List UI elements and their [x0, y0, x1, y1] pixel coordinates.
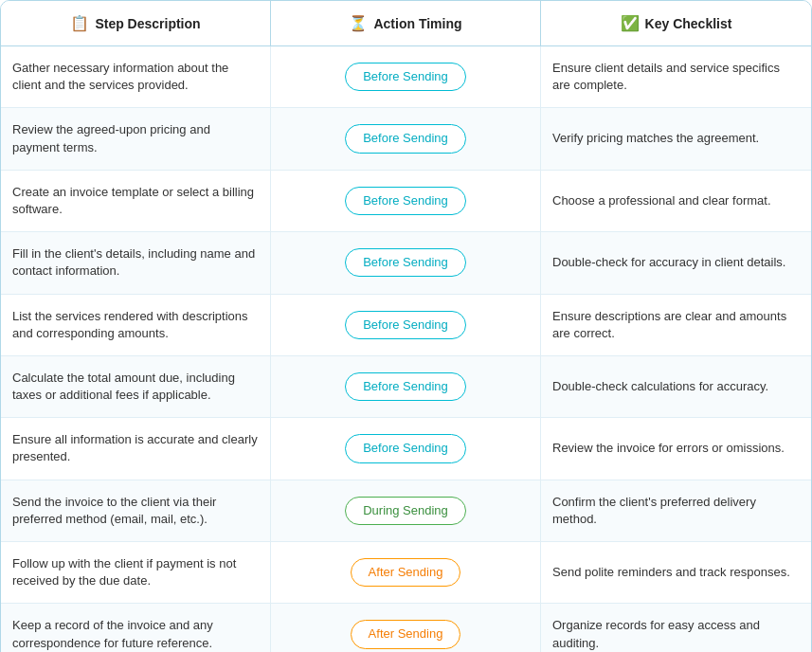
checklist-icon: ✅ — [621, 14, 640, 32]
timing-cell: Before Sending — [271, 232, 541, 293]
checklist-cell: Confirm the client's preferred delivery … — [541, 480, 811, 541]
timing-badge: Before Sending — [345, 434, 466, 462]
header-step: 📋 Step Description — [1, 1, 271, 45]
checklist-cell: Choose a professional and clear format. — [541, 171, 811, 231]
checklist-cell: Send polite reminders and track response… — [541, 542, 811, 603]
step-cell: Fill in the client's details, including … — [1, 232, 271, 293]
timing-icon: ⏳ — [349, 14, 368, 32]
timing-cell: After Sending — [271, 604, 541, 652]
header-step-label: Step Description — [95, 16, 200, 31]
timing-cell: Before Sending — [271, 295, 541, 355]
table-row: Keep a record of the invoice and any cor… — [1, 604, 811, 652]
timing-badge: After Sending — [351, 558, 461, 587]
timing-badge: After Sending — [351, 620, 461, 648]
step-cell: Follow up with the client if payment is … — [1, 542, 271, 603]
timing-badge: Before Sending — [345, 187, 466, 215]
timing-cell: Before Sending — [271, 171, 541, 231]
step-cell: Gather necessary information about the c… — [1, 46, 271, 107]
timing-cell: During Sending — [271, 480, 541, 541]
timing-badge: Before Sending — [345, 311, 466, 339]
timing-cell: Before Sending — [271, 46, 541, 107]
checklist-cell: Double-check calculations for accuracy. — [541, 356, 811, 417]
checklist-cell: Organize records for easy access and aud… — [541, 604, 811, 652]
timing-badge: Before Sending — [345, 372, 466, 401]
timing-badge: During Sending — [345, 497, 466, 525]
timing-cell: Before Sending — [271, 356, 541, 417]
checklist-cell: Ensure descriptions are clear and amount… — [541, 295, 811, 355]
timing-badge: Before Sending — [345, 248, 466, 277]
step-cell: Ensure all information is accurate and c… — [1, 418, 271, 479]
table-body: Gather necessary information about the c… — [1, 46, 811, 652]
step-icon: 📋 — [70, 14, 89, 32]
table-row: Calculate the total amount due, includin… — [1, 356, 811, 418]
table-row: List the services rendered with descript… — [1, 295, 811, 356]
header-checklist-label: Key Checklist — [645, 16, 732, 31]
table-row: Review the agreed-upon pricing and payme… — [1, 108, 811, 170]
timing-cell: Before Sending — [271, 418, 541, 479]
step-cell: Keep a record of the invoice and any cor… — [1, 604, 271, 652]
header-timing: ⏳ Action Timing — [271, 1, 541, 45]
timing-cell: Before Sending — [271, 108, 541, 169]
table-row: Create an invoice template or select a b… — [1, 171, 811, 232]
header-timing-label: Action Timing — [373, 16, 461, 31]
step-cell: Send the invoice to the client via their… — [1, 480, 271, 541]
step-cell: List the services rendered with descript… — [1, 295, 271, 355]
table-row: Follow up with the client if payment is … — [1, 542, 811, 604]
main-table: 📋 Step Description ⏳ Action Timing ✅ Key… — [0, 0, 812, 652]
header-checklist: ✅ Key Checklist — [541, 1, 811, 45]
table-row: Fill in the client's details, including … — [1, 232, 811, 294]
timing-badge: Before Sending — [345, 124, 466, 153]
step-cell: Review the agreed-upon pricing and payme… — [1, 108, 271, 169]
table-row: Ensure all information is accurate and c… — [1, 418, 811, 480]
table-header: 📋 Step Description ⏳ Action Timing ✅ Key… — [1, 1, 811, 46]
checklist-cell: Verify pricing matches the agreement. — [541, 108, 811, 169]
table-row: Send the invoice to the client via their… — [1, 480, 811, 542]
table-row: Gather necessary information about the c… — [1, 46, 811, 108]
checklist-cell: Double-check for accuracy in client deta… — [541, 232, 811, 293]
timing-badge: Before Sending — [345, 63, 466, 91]
checklist-cell: Ensure client details and service specif… — [541, 46, 811, 107]
checklist-cell: Review the invoice for errors or omissio… — [541, 418, 811, 479]
timing-cell: After Sending — [271, 542, 541, 603]
step-cell: Create an invoice template or select a b… — [1, 171, 271, 231]
step-cell: Calculate the total amount due, includin… — [1, 356, 271, 417]
